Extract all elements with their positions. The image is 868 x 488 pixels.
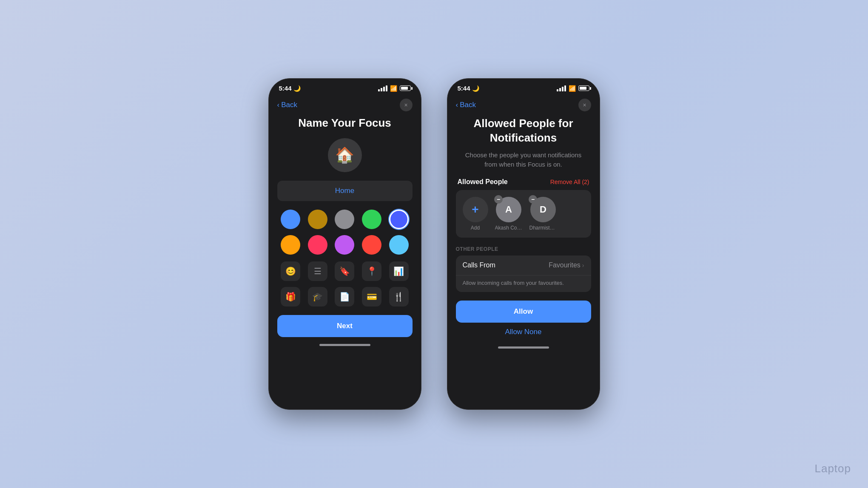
icon-gift[interactable]: 🎁 [281, 287, 300, 306]
calls-from-label: Calls From [463, 261, 495, 269]
home-indicator-1 [319, 344, 370, 346]
focus-name-value: Home [335, 187, 354, 195]
wifi-icon-1: 📶 [390, 85, 397, 92]
status-left-2: 5:44 🌙 [458, 85, 479, 92]
bottom-buttons: Allow Allow None [456, 301, 591, 343]
home-indicator-2 [498, 346, 549, 349]
battery-2 [578, 85, 589, 91]
color-gray[interactable] [335, 210, 354, 229]
moon-icon-2: 🌙 [472, 85, 479, 92]
icon-row-2: 🎁 🎓 📄 💳 🍴 [277, 287, 413, 306]
color-gold[interactable] [308, 210, 327, 229]
add-label: Add [471, 225, 480, 231]
akash-avatar: − A [496, 197, 521, 222]
icon-graduation[interactable]: 🎓 [308, 287, 327, 306]
icon-fork[interactable]: 🍴 [389, 287, 409, 306]
icon-doc[interactable]: 📄 [335, 287, 354, 306]
moon-icon-1: 🌙 [293, 85, 301, 92]
signal-bars-1 [378, 85, 387, 91]
akash-name: Akash College 2 [495, 225, 523, 231]
status-bar-1: 5:44 🌙 📶 [269, 79, 421, 95]
status-bar-2: 5:44 🌙 📶 [447, 79, 600, 95]
screen-content-1: Name Your Focus 🏠 Home [269, 116, 421, 337]
other-people-section: OTHER PEOPLE Calls From Favourites › All… [456, 246, 591, 292]
dharmista-avatar: − D [530, 197, 556, 222]
watermark: Laptop [814, 462, 851, 475]
screen-content-2: Allowed People for Notifications Choose … [447, 116, 600, 343]
add-plus-icon: + [472, 203, 478, 216]
nav-bar-2: ‹ Back × [447, 95, 600, 116]
color-purple[interactable] [335, 235, 354, 255]
focus-icon-circle-1[interactable]: 🏠 [328, 138, 362, 172]
page-title-1: Name Your Focus [277, 116, 413, 130]
color-blue[interactable] [281, 210, 300, 229]
allowed-header: Allowed People Remove All (2) [456, 178, 591, 190]
back-button-1[interactable]: ‹ Back [277, 101, 297, 109]
phones-container: 5:44 🌙 📶 ‹ Back [268, 78, 600, 410]
close-button-1[interactable]: × [400, 99, 413, 111]
battery-fill-1 [401, 87, 408, 90]
remove-badge-dharmista[interactable]: − [529, 195, 537, 204]
focus-icon-emoji-1: 🏠 [335, 146, 354, 164]
time-1: 5:44 [279, 85, 292, 92]
back-label-2: Back [460, 101, 476, 109]
people-row: + Add − A Akash College 2 [463, 197, 584, 231]
dharmista-name: Dharmista Mai... [529, 225, 557, 231]
calls-from-card: Calls From Favourites › Allow incoming c… [456, 255, 591, 292]
phone-1: 5:44 🌙 📶 ‹ Back [268, 78, 421, 410]
close-icon-1: × [404, 102, 407, 108]
icon-bookmark[interactable]: 🔖 [335, 261, 354, 281]
focus-name-input[interactable]: Home [277, 181, 413, 201]
color-orange[interactable] [281, 235, 300, 255]
color-row-1 [277, 210, 413, 229]
icons-grid: 😊 ☰ 🔖 📍 📊 🎁 🎓 📄 💳 🍴 [277, 261, 413, 306]
phone-2: 5:44 🌙 📶 ‹ Back [447, 78, 600, 410]
icon-row-1: 😊 ☰ 🔖 📍 📊 [277, 261, 413, 281]
calls-from-desc: Allow incoming calls from your favourite… [456, 275, 591, 292]
back-label-1: Back [281, 101, 297, 109]
icon-chart[interactable]: 📊 [389, 261, 409, 281]
calls-from-row[interactable]: Calls From Favourites › [456, 255, 591, 275]
back-button-2[interactable]: ‹ Back [456, 101, 476, 109]
wifi-icon-2: 📶 [569, 85, 576, 92]
color-indigo[interactable] [389, 210, 409, 229]
allowed-people-label: Allowed People [458, 178, 508, 186]
remove-all-button[interactable]: Remove All (2) [550, 179, 589, 185]
icon-card[interactable]: 💳 [362, 287, 381, 306]
next-button[interactable]: Next [277, 315, 413, 337]
akash-initials: A [505, 204, 512, 215]
close-icon-2: × [583, 102, 586, 108]
status-left-1: 5:44 🌙 [279, 85, 301, 92]
icon-list[interactable]: ☰ [308, 261, 327, 281]
color-pink[interactable] [308, 235, 327, 255]
allow-none-button[interactable]: Allow None [456, 328, 591, 336]
color-green[interactable] [362, 210, 381, 229]
people-card: + Add − A Akash College 2 [456, 190, 591, 238]
color-teal[interactable] [389, 235, 409, 255]
color-row-2 [277, 235, 413, 255]
icon-pin[interactable]: 📍 [362, 261, 381, 281]
back-chevron-1: ‹ [277, 101, 280, 109]
battery-fill-2 [580, 87, 586, 90]
signal-bars-2 [557, 85, 566, 91]
nav-bar-1: ‹ Back × [269, 95, 421, 116]
back-chevron-2: ‹ [456, 101, 458, 109]
colors-grid [277, 210, 413, 255]
calls-from-value: Favourites › [549, 261, 584, 269]
add-avatar: + [463, 197, 488, 222]
chevron-right-icon: › [582, 262, 584, 269]
status-right-2: 📶 [557, 85, 589, 92]
calls-from-value-text: Favourites [549, 261, 581, 269]
person-add[interactable]: + Add [463, 197, 488, 231]
remove-badge-akash[interactable]: − [494, 195, 503, 204]
section-subtitle-2: Choose the people you want notifications… [456, 150, 591, 170]
person-akash: − A Akash College 2 [495, 197, 523, 231]
allow-button[interactable]: Allow [456, 301, 591, 323]
person-dharmista: − D Dharmista Mai... [529, 197, 557, 231]
time-2: 5:44 [458, 85, 470, 92]
color-red[interactable] [362, 235, 381, 255]
close-button-2[interactable]: × [578, 99, 591, 111]
dharmista-initials: D [540, 204, 546, 215]
battery-1 [400, 85, 411, 91]
icon-emoji[interactable]: 😊 [281, 261, 300, 281]
